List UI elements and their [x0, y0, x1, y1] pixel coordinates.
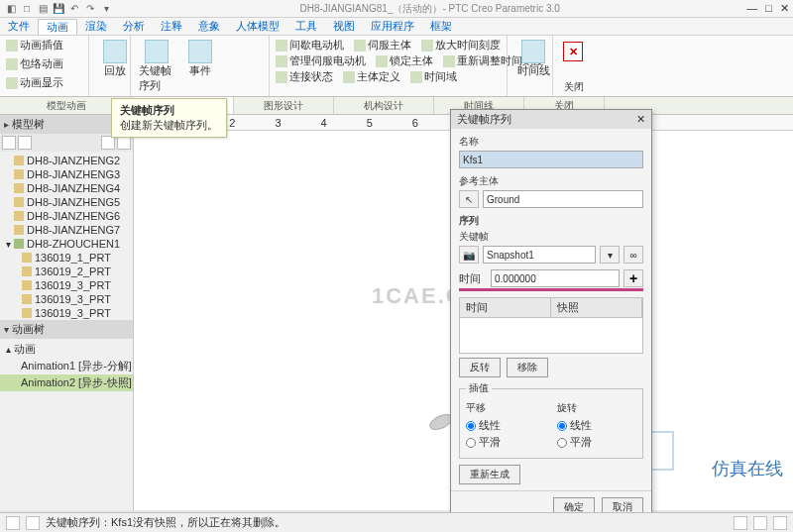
tooltip-desc: 创建新关键帧序列。 [120, 118, 218, 133]
rb-interp[interactable]: 动画插值 [6, 38, 63, 53]
menu-animation[interactable]: 动画 [38, 19, 77, 35]
menu-render[interactable]: 渲染 [77, 19, 115, 34]
subtab-mech[interactable]: 机构设计 [334, 97, 434, 114]
tree-node[interactable]: DH8-JIANZHENG3 [0, 167, 133, 181]
rb-motor1[interactable]: 间歇电动机 [276, 38, 344, 53]
regen-button[interactable]: 重新生成 [459, 465, 520, 484]
ribbon: 动画插值 包络动画 动画显示 回放 关键帧序列 事件 管理关键帧序列 间歇电动机… [0, 36, 793, 97]
menu-manikin[interactable]: 意象 [190, 19, 228, 34]
tree-node[interactable]: DH8-JIANZHENG4 [0, 181, 133, 195]
rb-servo-body[interactable]: 伺服主体 [354, 38, 411, 53]
menu-tools[interactable]: 工具 [287, 19, 325, 34]
dialog-title: 关键帧序列 [457, 112, 511, 127]
remove-button[interactable]: 移除 [507, 358, 548, 377]
close-button[interactable]: ✕ [780, 2, 789, 15]
menu-view[interactable]: 视图 [325, 19, 363, 34]
menu-annotate[interactable]: 注释 [153, 19, 190, 34]
menu-file[interactable]: 文件 [0, 19, 38, 34]
rb-event[interactable]: 事件 [180, 38, 220, 95]
tree-node[interactable]: 136019_2_PRT [0, 265, 133, 278]
rb-zoom-time[interactable]: 放大时间刻度 [421, 38, 501, 53]
snapshot-select[interactable] [483, 246, 596, 264]
minimize-button[interactable]: — [746, 2, 757, 15]
time-input[interactable] [491, 269, 620, 287]
ribbon-group-timeline: 时间线 [508, 36, 553, 96]
titlebar: ◧ □ ▤ 💾 ↶ ↷ ▾ DH8-JIANGIANG81_（活动的）- PTC… [0, 0, 793, 18]
anim-item[interactable]: Animation1 [异步-分解] [0, 358, 133, 374]
status-icon-1[interactable] [6, 516, 20, 530]
link-icon[interactable]: ∞ [623, 246, 643, 264]
tree-node[interactable]: DH8-JIANZHENG6 [0, 209, 133, 223]
window-controls: — □ ✕ [746, 2, 789, 15]
dialog-titlebar[interactable]: 关键帧序列 ✕ [451, 110, 651, 129]
rb-body-def[interactable]: 主体定义 [343, 69, 400, 84]
menu-analyze[interactable]: 分析 [115, 19, 153, 34]
watermark-2: 仿真在线 [712, 457, 783, 480]
tree-tool-3[interactable] [101, 136, 115, 150]
model-tree: DH8-JIANZHENG2 DH8-JIANZHENG3 DH8-JIANZH… [0, 152, 133, 320]
ref-input[interactable] [483, 190, 643, 208]
rot-label: 旋转 [557, 401, 636, 415]
close-icon[interactable]: ✕ [563, 42, 583, 61]
menu-app[interactable]: 应用程序 [363, 19, 422, 34]
more-icon[interactable]: ▾ [99, 2, 113, 16]
app-icon: ◧ [4, 2, 18, 16]
tree-node[interactable]: ▾DH8-ZHOUCHEN1 [0, 237, 133, 251]
tree-node[interactable]: 136019_3_PRT [0, 306, 133, 320]
rb-conn[interactable]: 连接状态 [276, 69, 333, 84]
tree-node[interactable]: DH8-JIANZHENG2 [0, 154, 133, 167]
dialog-close-icon[interactable]: ✕ [636, 113, 645, 126]
status-icon-2[interactable] [26, 516, 40, 530]
tree-tool-2[interactable] [18, 136, 32, 150]
undo-icon[interactable]: ↶ [67, 2, 81, 16]
keyframe-dialog: 关键帧序列 ✕ 名称 参考主体 ↖ 序列 关键帧 📷 ▾ ∞ [450, 109, 652, 524]
trans-smooth[interactable]: 平滑 [466, 435, 545, 450]
tree-node[interactable]: DH8-JIANZHENG7 [0, 223, 133, 237]
save-icon[interactable]: 💾 [52, 2, 65, 16]
tree-node[interactable]: 136019_3_PRT [0, 278, 133, 292]
tooltip: 关键帧序列 创建新关键帧序列。 [111, 98, 227, 138]
menu-frame[interactable]: 框架 [422, 19, 460, 34]
maximize-button[interactable]: □ [765, 2, 772, 15]
status-message: 关键帧序列：Kfs1没有快照，所以正在将其删除。 [46, 515, 285, 530]
camera-icon[interactable]: 📷 [459, 246, 479, 264]
menu-body[interactable]: 人体模型 [228, 19, 287, 34]
rb-lock-body[interactable]: 锁定主体 [376, 53, 433, 68]
open-icon[interactable]: ▤ [36, 2, 50, 16]
trans-linear[interactable]: 线性 [466, 418, 545, 433]
rot-linear[interactable]: 线性 [557, 418, 636, 433]
rb-keyframe[interactable]: 关键帧序列 [137, 38, 176, 95]
tree-node[interactable]: DH8-JIANZHENG5 [0, 195, 133, 209]
subtab-graphic[interactable]: 图形设计 [234, 97, 334, 114]
tree-tool-4[interactable] [117, 136, 131, 150]
dropdown-icon[interactable]: ▾ [600, 246, 620, 264]
menu-bar: 文件 动画 渲染 分析 注释 意象 人体模型 工具 视图 应用程序 框架 [0, 18, 793, 36]
anim-tree-header: ▾ 动画树 [0, 320, 133, 339]
reverse-button[interactable]: 反转 [459, 358, 501, 377]
tree-node[interactable]: 136019_1_PRT [0, 251, 133, 265]
status-tool-2[interactable] [753, 516, 767, 530]
add-button[interactable]: + [623, 269, 643, 287]
tree-node[interactable]: 136019_3_PRT [0, 292, 133, 306]
rb-timeline[interactable]: 时间线 [513, 38, 553, 80]
rb-time-dom[interactable]: 时间域 [410, 69, 457, 84]
interp-label: 插值 [466, 381, 492, 395]
close-label: 关闭 [559, 80, 589, 94]
pick-icon[interactable]: ↖ [459, 190, 479, 208]
anim-tree: ▴ 动画 Animation1 [异步-分解] Animation2 [异步-快… [0, 339, 133, 393]
redo-icon[interactable]: ↷ [83, 2, 97, 16]
rb-play[interactable]: 回放 [95, 38, 135, 80]
rb-motor2[interactable]: 管理伺服电动机 [276, 53, 366, 68]
anim-item[interactable]: Animation2 [异步-快照] [0, 374, 133, 391]
name-input[interactable] [459, 151, 643, 168]
quick-access: ◧ □ ▤ 💾 ↶ ↷ ▾ [4, 2, 113, 16]
list-

body[interactable] [459, 318, 643, 354]
rb-env[interactable]: 包络动画 [6, 56, 63, 71]
status-tool-1[interactable] [734, 516, 747, 530]
new-icon[interactable]: □ [20, 2, 34, 16]
status-tool-3[interactable] [773, 516, 787, 530]
rot-smooth[interactable]: 平滑 [557, 435, 636, 450]
anim-root[interactable]: ▴ 动画 [0, 341, 133, 358]
rb-disp[interactable]: 动画显示 [6, 75, 63, 90]
tree-tool-1[interactable] [2, 136, 16, 150]
